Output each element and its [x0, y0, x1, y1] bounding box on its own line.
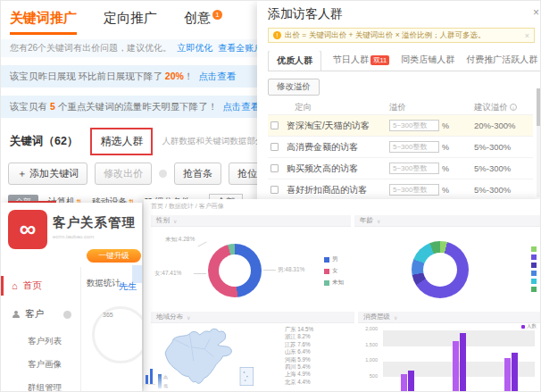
- china-map-shape[interactable]: [165, 329, 231, 383]
- premium-input[interactable]: 5~300整数: [389, 120, 439, 131]
- keyword-toolbar: ＋ 添加关键词 修改出价 抢首条 抢位助手 ▾: [1, 163, 269, 185]
- traffic-drop-suffix: 个重点关键词的流量昨天明显下降了！: [55, 101, 217, 112]
- consume-panel-title: 消费层级: [363, 313, 390, 321]
- callout-line: [263, 270, 276, 271]
- row-checkbox[interactable]: [270, 121, 279, 129]
- row-checkbox[interactable]: [270, 186, 279, 194]
- legend-swatch: [531, 279, 537, 284]
- legend-item: [531, 271, 537, 276]
- scrollbar-thumb[interactable]: [537, 88, 541, 126]
- audience-data-hint: 人群数据和关键词数据部分数据重合: [162, 136, 269, 147]
- crm-logo: ∞: [8, 210, 47, 249]
- row-checkbox[interactable]: [270, 164, 279, 172]
- display-drop-text: 该宝贝昨日展现 环比前日展现下降了: [10, 71, 165, 81]
- tab-selected-audience-annotated[interactable]: 精选人群: [90, 128, 153, 155]
- legend-item: [531, 254, 537, 260]
- bar-group-0-series-0: [401, 374, 407, 392]
- notification-badge: 1: [212, 10, 222, 20]
- province-row: 北京 4.4%: [285, 379, 313, 386]
- province-percentage-list: 广东 14.5%浙江 8.2%江苏 7.6%山东 6.4%河南 5.9%四川 5…: [285, 326, 313, 386]
- audience-row-2: 购买频次高的访客5~300整数%5%-300%: [268, 157, 533, 179]
- grab-first-button[interactable]: 抢首条: [174, 163, 221, 185]
- modify-premium-button[interactable]: 修改溢价: [268, 79, 320, 96]
- sidebar-subitem-4[interactable]: 群组管理: [1, 382, 80, 392]
- keyword-promotion-panel: 关键词推广定向推广创意1 您有26个关键词有出价问题，建议优化。立即优化查看全账…: [1, 1, 269, 208]
- nav-tab-2[interactable]: 创意1: [184, 10, 222, 32]
- legend-label: 人数: [527, 323, 537, 329]
- click-view-link-2[interactable]: 点击查看: [222, 101, 260, 112]
- audience-tab-3[interactable]: 付费推广活跃人群: [466, 54, 537, 71]
- nav-tab-0[interactable]: 关键词推广: [10, 10, 77, 35]
- mini-bar-fragment: [145, 360, 155, 385]
- dialog-title: 添加访客人群: [268, 6, 541, 22]
- region-panel: 地域分布∨ 广东 14.5%浙江 8.2%江苏 7.6%山东 6.4%河南 5.…: [151, 312, 354, 392]
- legend-item: [531, 279, 537, 284]
- screenshot-collage: 关键词推广定向推广创意1 您有26个关键词有出价问题，建议优化。立即优化查看全账…: [0, 0, 541, 392]
- province-row: 河南 5.9%: [285, 356, 313, 363]
- notice-close-icon[interactable]: ×: [525, 31, 529, 40]
- legend-item: [531, 263, 537, 268]
- audience-name: 资深淘宝/天猫的访客: [287, 120, 389, 132]
- legend-dot-icon: [521, 325, 525, 329]
- row-checkbox[interactable]: [270, 143, 279, 151]
- audience-tab-1[interactable]: 节日人群双11: [333, 54, 389, 71]
- legend-item: [531, 287, 537, 292]
- sidebar-subitem-3[interactable]: 客户画像: [1, 359, 80, 371]
- stats-section-label: 数据统计: [87, 278, 121, 289]
- premium-input[interactable]: 5~300整数: [389, 163, 439, 174]
- percent-sign: %: [442, 143, 449, 152]
- legend-item: [531, 246, 537, 252]
- legend-label: 未知: [332, 279, 344, 287]
- sidebar-item-1[interactable]: 客户: [1, 304, 80, 324]
- user-greeting: 先生: [119, 280, 137, 293]
- scrollbar[interactable]: [537, 88, 541, 197]
- age-panel-title: 年龄: [360, 216, 373, 225]
- suggested-premium: 5%-300%: [474, 163, 533, 173]
- display-drop-percent: 20%: [165, 71, 184, 81]
- premium-input[interactable]: 5~300整数: [389, 184, 439, 196]
- bar-group-2-series-0: [504, 358, 511, 392]
- display-drop-suffix: ！: [184, 71, 194, 81]
- y-tick: 500: [370, 373, 378, 379]
- promo-badge: 双11: [370, 55, 389, 65]
- suggested-premium: 5%-300%: [474, 142, 533, 152]
- sidebar-subitem-2[interactable]: 客户列表: [1, 336, 80, 347]
- nav-tab-1[interactable]: 定向推广: [104, 10, 157, 32]
- dialog-close-icon[interactable]: ×: [533, 6, 539, 19]
- premium-cell: 5~300整数%: [389, 141, 474, 153]
- modify-bid-button[interactable]: 修改出价: [95, 163, 152, 185]
- y-tick: 2,000: [365, 326, 378, 331]
- one-click-upgrade-button[interactable]: 一键升级: [87, 249, 141, 263]
- legend-item: 未知: [324, 279, 344, 287]
- legend-swatch: [531, 246, 537, 252]
- col-target: 定向: [268, 102, 389, 113]
- mini-bar: [150, 369, 153, 384]
- gender-callout-unknown: 未知:4.28%: [165, 236, 195, 244]
- gender-callout-female: 女:47.41%: [154, 270, 181, 278]
- sidebar-item-0[interactable]: ⌂首页: [1, 276, 80, 296]
- audience-tab-0[interactable]: 优质人群: [268, 51, 321, 71]
- province-row: 浙江 8.2%: [285, 333, 313, 340]
- add-keyword-button[interactable]: ＋ 添加关键词: [8, 163, 87, 185]
- gender-panel-header: 性别∨: [151, 215, 351, 227]
- legend-swatch: [531, 254, 537, 260]
- legend-swatch: [531, 263, 537, 268]
- audience-row-3: 喜好折扣商品的访客5~300整数%5%-300%: [268, 179, 533, 200]
- chevron-down-icon: ∨: [173, 218, 177, 224]
- china-map: [156, 327, 263, 388]
- click-view-link-1[interactable]: 点击查看: [198, 71, 236, 81]
- col-suggest: 建议溢价i: [474, 102, 533, 113]
- chevron-down-icon: ∨: [187, 314, 190, 321]
- legend-swatch: [324, 269, 329, 274]
- suggested-premium: 5%-300%: [474, 185, 533, 195]
- collapse-toggle-icon[interactable]: [63, 311, 71, 319]
- premium-input[interactable]: 5~300整数: [389, 141, 439, 153]
- tab-keywords-count[interactable]: 关键词（62）: [10, 134, 78, 149]
- lock-icon: [159, 170, 167, 178]
- top-nav-tabs: 关键词推广定向推广创意1: [1, 1, 269, 35]
- audience-tab-2[interactable]: 同类店铺人群: [401, 54, 454, 71]
- legend-high: 高: [163, 374, 168, 379]
- optimize-now-link[interactable]: 立即优化: [177, 43, 212, 53]
- gender-donut-chart: [208, 244, 262, 297]
- audience-name: 购买频次高的访客: [287, 163, 389, 175]
